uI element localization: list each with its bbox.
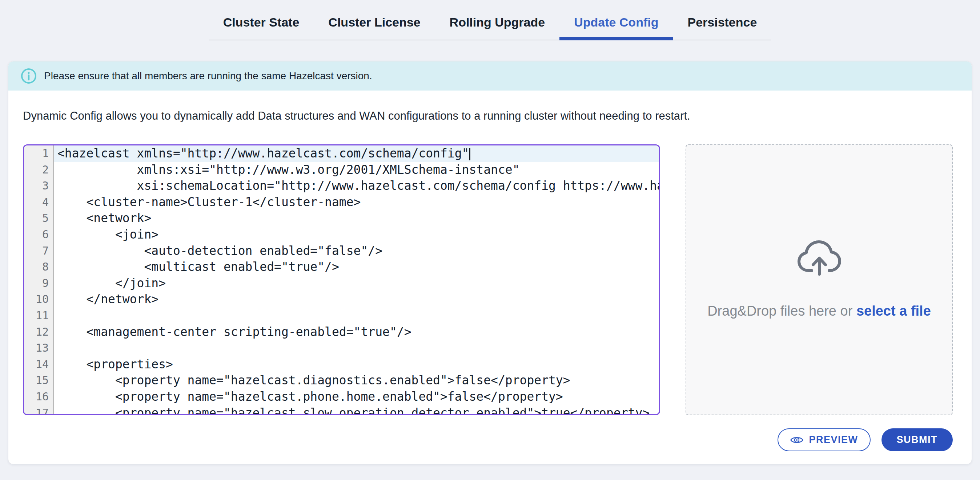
tab-label: Cluster State (223, 15, 299, 29)
code-line: 13 (24, 340, 659, 356)
code-line: 1 <hazelcast xmlns="http://www.hazelcast… (24, 145, 659, 162)
code-text: <join> (54, 226, 659, 243)
update-config-panel: Please ensure that all members are runni… (8, 61, 972, 464)
line-number: 2 (24, 162, 54, 178)
content-row: 1 <hazelcast xmlns="http://www.hazelcast… (23, 144, 953, 415)
banner-text: Please ensure that all members are runni… (44, 70, 372, 82)
code-text: <properties> (54, 356, 659, 373)
code-text: <network> (54, 210, 659, 226)
code-line: 3 xsi:schemaLocation="http://www.hazelca… (24, 178, 659, 194)
code-text: <auto-detection enabled="false"/> (54, 243, 659, 259)
info-icon (21, 68, 37, 84)
line-number: 8 (24, 259, 54, 275)
tab-label: Cluster License (328, 15, 420, 29)
tab-update-config[interactable]: Update Config (559, 10, 673, 40)
tab-rolling-upgrade[interactable]: Rolling Upgrade (435, 10, 560, 40)
code-text: <cluster-name>Cluster-1</cluster-name> (54, 194, 659, 210)
code-line: 16 <property name="hazelcast.phone.home.… (24, 389, 659, 405)
line-number: 11 (24, 308, 54, 324)
line-number: 5 (24, 210, 54, 226)
line-number: 7 (24, 243, 54, 259)
code-text (54, 308, 659, 324)
eye-icon (790, 435, 804, 445)
tab-label: Persistence (687, 15, 757, 29)
line-number: 6 (24, 226, 54, 243)
code-line: 2 xmlns:xsi="http://www.w3.org/2001/XMLS… (24, 162, 659, 178)
code-text: </join> (54, 275, 659, 292)
tab-list: Cluster State Cluster License Rolling Up… (208, 10, 772, 40)
line-number: 9 (24, 275, 54, 292)
code-text: <management-center scripting-enabled="tr… (54, 324, 659, 340)
code-text (54, 340, 659, 356)
code-line: 4 <cluster-name>Cluster-1</cluster-name> (24, 194, 659, 210)
code-line: 11 (24, 308, 659, 324)
line-number: 1 (24, 145, 54, 162)
info-banner: Please ensure that all members are runni… (8, 61, 972, 91)
line-number: 3 (24, 178, 54, 194)
config-code-editor[interactable]: 1 <hazelcast xmlns="http://www.hazelcast… (23, 144, 660, 415)
submit-button[interactable]: SUBMIT (881, 428, 953, 451)
code-line: 7 <auto-detection enabled="false"/> (24, 243, 659, 259)
code-line: 6 <join> (24, 226, 659, 243)
code-text: xmlns:xsi="http://www.w3.org/2001/XMLSch… (54, 162, 659, 178)
code-line: 8 <multicast enabled="true"/> (24, 259, 659, 275)
code-text: xsi:schemaLocation="http://www.hazelcast… (54, 178, 659, 194)
line-number: 15 (24, 372, 54, 389)
description-text: Dynamic Config allows you to dynamically… (23, 110, 956, 123)
dropzone-text-prefix: Drag&Drop files here or (707, 303, 856, 319)
code-line: 17 <property name="hazelcast.slow.operat… (24, 405, 659, 416)
line-number: 12 (24, 324, 54, 340)
code-line: 12 <management-center scripting-enabled=… (24, 324, 659, 340)
code-text: <property name="hazelcast.slow.operation… (54, 405, 659, 416)
tab-cluster-state[interactable]: Cluster State (208, 10, 314, 40)
tab-cluster-license[interactable]: Cluster License (314, 10, 435, 40)
select-file-link[interactable]: select a file (856, 303, 931, 319)
tab-label: Rolling Upgrade (450, 15, 545, 29)
code-text: </network> (54, 291, 659, 308)
code-line: 10 </network> (24, 291, 659, 308)
line-number: 13 (24, 340, 54, 356)
code-text: <hazelcast xmlns="http://www.hazelcast.c… (54, 145, 659, 162)
line-number: 10 (24, 291, 54, 308)
code-line: 5 <network> (24, 210, 659, 226)
code-text: <property name="hazelcast.phone.home.ena… (54, 389, 659, 405)
tab-persistence[interactable]: Persistence (673, 10, 772, 40)
actions-row: PREVIEW SUBMIT (8, 428, 953, 451)
line-number: 16 (24, 389, 54, 405)
preview-button-label: PREVIEW (809, 434, 858, 445)
dropzone-text: Drag&Drop files here or select a file (696, 300, 943, 322)
code-line: 9 </join> (24, 275, 659, 292)
cloud-upload-icon (796, 238, 842, 276)
line-number: 14 (24, 356, 54, 373)
tab-bar: Cluster State Cluster License Rolling Up… (0, 0, 980, 40)
code-text: <property name="hazelcast.diagnostics.en… (54, 372, 659, 389)
preview-button[interactable]: PREVIEW (778, 428, 870, 451)
line-number: 4 (24, 194, 54, 210)
text-cursor (469, 148, 470, 160)
code-line: 14 <properties> (24, 356, 659, 373)
tab-label: Update Config (574, 15, 658, 29)
code-line: 15 <property name="hazelcast.diagnostics… (24, 372, 659, 389)
code-text: <multicast enabled="true"/> (54, 259, 659, 275)
file-dropzone[interactable]: Drag&Drop files here or select a file (686, 144, 953, 415)
line-number: 17 (24, 405, 54, 416)
